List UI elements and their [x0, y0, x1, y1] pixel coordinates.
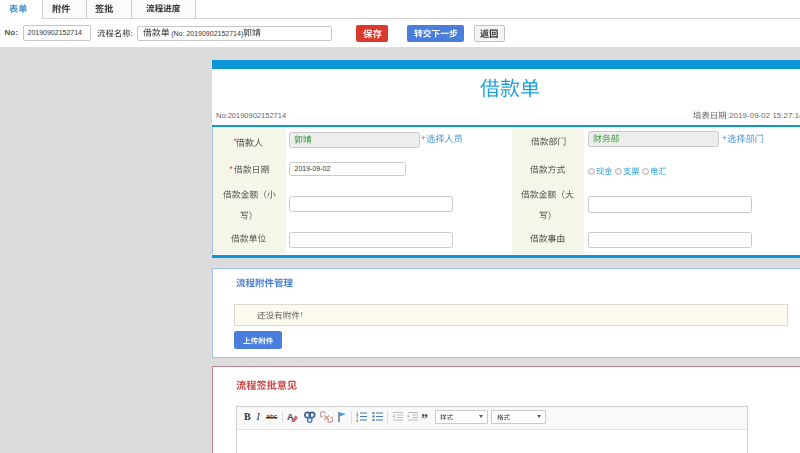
svg-text:3: 3: [356, 418, 359, 423]
